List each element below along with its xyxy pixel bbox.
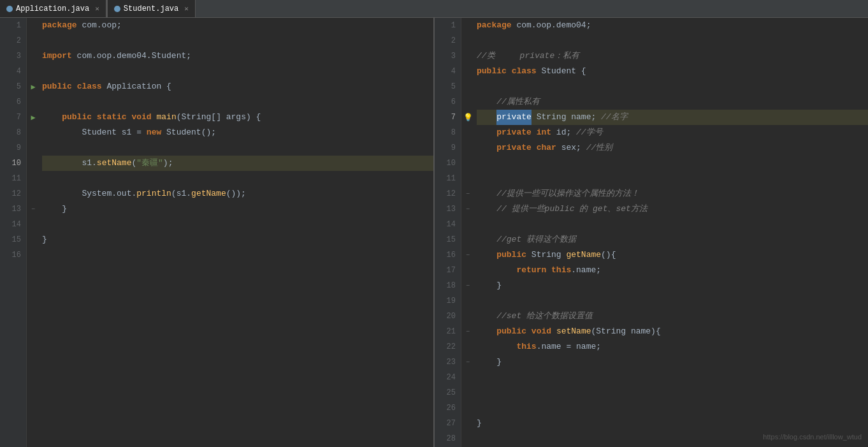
tab-application-close[interactable]: ✕ — [95, 4, 99, 13]
code-line-5: public class Application { — [42, 79, 433, 94]
ln-9: 9 — [5, 140, 21, 156]
code-line-14 — [42, 217, 433, 232]
rcode-25 — [477, 385, 868, 400]
rcode-1: package com.oop.demo04; — [477, 18, 868, 33]
rgc-27 — [461, 416, 474, 431]
code-line-16 — [42, 247, 433, 263]
rln-10: 10 — [440, 156, 456, 171]
rln-4: 4 — [440, 64, 456, 79]
run-arrow-5[interactable]: ▶ — [31, 82, 35, 92]
gc-14 — [27, 217, 40, 232]
java-icon-right — [114, 6, 120, 12]
code-line-13: } — [42, 202, 433, 217]
rcode-7: private String name; //名字 — [477, 110, 868, 125]
rgc-20 — [461, 309, 474, 324]
fold-r21[interactable]: − — [466, 328, 470, 335]
left-gutter: ▶ ▶ − — [27, 18, 40, 447]
rcode-4: public class Student { — [477, 64, 868, 79]
gc-3 — [27, 48, 40, 64]
fold-r23[interactable]: − — [466, 359, 470, 366]
left-code-area[interactable]: 1 2 3 4 5 6 7 8 9 10 11 12 13 14 15 16 — [0, 18, 433, 447]
rln-13: 13 — [440, 202, 456, 217]
ln-11: 11 — [5, 171, 21, 186]
rcode-3: //类 private：私有 — [477, 48, 868, 64]
ln-2: 2 — [5, 33, 21, 48]
left-editor-pane: 1 2 3 4 5 6 7 8 9 10 11 12 13 14 15 16 — [0, 18, 435, 447]
fold-r16[interactable]: − — [466, 252, 470, 259]
rcode-9: private char sex; //性别 — [477, 140, 868, 156]
rcode-16: public String getName(){ — [477, 247, 868, 263]
tab-student-close[interactable]: ✕ — [184, 4, 189, 13]
rgc-22 — [461, 339, 474, 355]
fold-r13[interactable]: − — [466, 206, 470, 213]
code-line-4 — [42, 64, 433, 79]
rln-6: 6 — [440, 94, 456, 110]
rgc-25 — [461, 385, 474, 400]
ln-7: 7 — [5, 110, 21, 125]
gc-7[interactable]: ▶ — [27, 110, 40, 125]
editor-container: Application.java ✕ Student.java ✕ 1 2 3 … — [0, 0, 868, 447]
rcode-15: //get 获得这个数据 — [477, 232, 868, 247]
tab-application-label: Application.java — [16, 4, 89, 13]
code-line-12: System.out.println(s1.getName()); — [42, 186, 433, 202]
rcode-27: } — [477, 416, 868, 431]
code-line-7: public static void main(String[] args) { — [42, 110, 433, 125]
gc-5[interactable]: ▶ — [27, 79, 40, 94]
rln-23: 23 — [440, 355, 456, 370]
rcode-10 — [477, 156, 868, 171]
rgc-15 — [461, 232, 474, 247]
right-code-lines[interactable]: package com.oop.demo04; //类 private：私有 p… — [474, 18, 868, 447]
fold-r12[interactable]: − — [466, 191, 470, 198]
rln-8: 8 — [440, 125, 456, 140]
right-code-area[interactable]: 1 2 3 4 5 6 7 8 9 10 11 12 13 14 15 16 1 — [435, 18, 868, 447]
gc-4 — [27, 64, 40, 79]
ln-12: 12 — [5, 186, 21, 202]
rgc-17 — [461, 263, 474, 278]
rln-11: 11 — [440, 171, 456, 186]
rgc-19 — [461, 293, 474, 309]
rcode-17: return this.name; — [477, 263, 868, 278]
gc-10 — [27, 156, 40, 171]
rln-1: 1 — [440, 18, 456, 33]
ln-16: 16 — [5, 247, 21, 263]
run-arrow-7[interactable]: ▶ — [31, 113, 35, 122]
ln-13: 13 — [5, 202, 21, 217]
rln-15: 15 — [440, 232, 456, 247]
rcode-11 — [477, 171, 868, 186]
rln-3: 3 — [440, 48, 456, 64]
rcode-12: //提供一些可以操作这个属性的方法！ — [477, 186, 868, 202]
fold-r18[interactable]: − — [466, 282, 470, 289]
gc-9 — [27, 140, 40, 156]
rln-28: 28 — [440, 431, 456, 446]
rln-5: 5 — [440, 79, 456, 94]
right-gutter: 💡 − − − − − − — [461, 18, 474, 447]
rln-18: 18 — [440, 278, 456, 293]
rcode-2 — [477, 33, 868, 48]
gc-16 — [27, 247, 40, 263]
rln-17: 17 — [440, 263, 456, 278]
code-line-3: import com.oop.demo04.Student; — [42, 48, 433, 64]
code-line-10: s1.setName("秦疆"); — [42, 156, 433, 171]
rcode-22: this.name = name; — [477, 339, 868, 355]
gc-2 — [27, 33, 40, 48]
tab-student[interactable]: Student.java ✕ — [108, 0, 196, 17]
bulb-icon-7[interactable]: 💡 — [463, 113, 473, 122]
rln-20: 20 — [440, 309, 456, 324]
code-line-8: Student s1 = new Student(); — [42, 125, 433, 140]
rcode-26 — [477, 400, 868, 416]
tab-application[interactable]: Application.java ✕ — [0, 0, 106, 17]
rcode-5 — [477, 79, 868, 94]
fold-13[interactable]: − — [31, 206, 35, 213]
left-code-lines[interactable]: package com.oop; import com.oop.demo04.S… — [40, 18, 433, 447]
rgc-4 — [461, 64, 474, 79]
ln-3: 3 — [5, 48, 21, 64]
rln-2: 2 — [440, 33, 456, 48]
rcode-8: private int id; //学号 — [477, 125, 868, 140]
rln-24: 24 — [440, 370, 456, 385]
ln-6: 6 — [5, 94, 21, 110]
code-line-9 — [42, 140, 433, 156]
ln-4: 4 — [5, 64, 21, 79]
gc-11 — [27, 171, 40, 186]
gc-12 — [27, 186, 40, 202]
rcode-21: public void setName(String name){ — [477, 324, 868, 339]
